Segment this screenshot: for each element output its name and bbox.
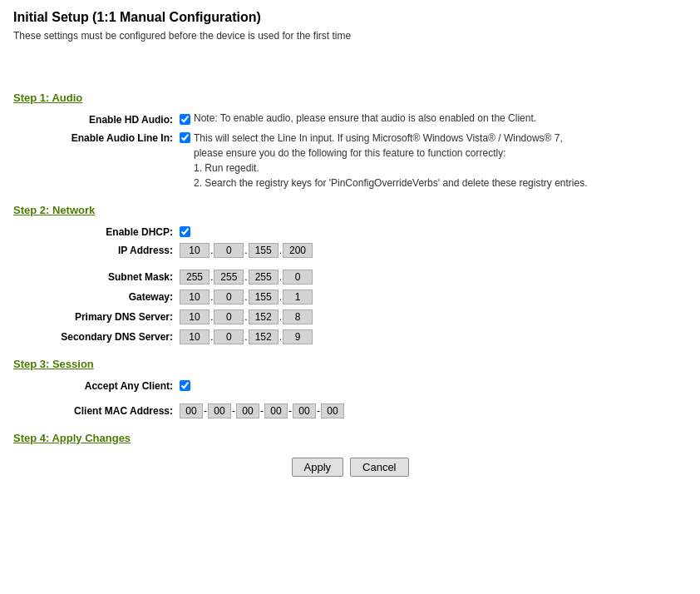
sdns-oct3-input[interactable]	[249, 329, 279, 344]
step4-section: Step 4: Apply Changes	[13, 432, 687, 444]
accept-any-client-row: Accept Any Client:	[13, 379, 687, 392]
accept-any-client-label: Accept Any Client:	[13, 379, 180, 392]
ip-oct2-input[interactable]	[214, 243, 244, 258]
pdns-oct4-input[interactable]	[283, 309, 313, 324]
step1-section: Step 1: Audio Enable HD Audio: Note: To …	[13, 92, 687, 191]
subnet-oct4-input[interactable]	[283, 270, 313, 285]
subnet-mask-row: Subnet Mask: . . .	[13, 270, 687, 285]
mac2-input[interactable]	[208, 403, 231, 418]
ip-address-row: IP Address: . . .	[13, 243, 687, 258]
cancel-button[interactable]: Cancel	[350, 458, 408, 477]
gateway-label: Gateway:	[13, 290, 180, 303]
enable-audio-line-in-label: Enable Audio Line In:	[13, 131, 180, 144]
gateway-group: . . .	[180, 290, 313, 304]
enable-hd-audio-checkbox[interactable]	[180, 114, 190, 125]
step4-heading[interactable]: Step 4: Apply Changes	[13, 432, 687, 444]
audio-line-in-note: This will select the Line In input. If u…	[194, 131, 587, 191]
accept-any-client-checkbox[interactable]	[180, 380, 190, 391]
enable-audio-line-in-checkbox[interactable]	[180, 132, 190, 143]
subnet-mask-label: Subnet Mask:	[13, 270, 180, 283]
secondary-dns-group: . . .	[180, 329, 313, 344]
gateway-row: Gateway: . . .	[13, 290, 687, 304]
enable-audio-line-in-row: Enable Audio Line In: This will select t…	[13, 131, 687, 191]
step3-heading[interactable]: Step 3: Session	[13, 358, 687, 370]
secondary-dns-row: Secondary DNS Server: . . .	[13, 329, 687, 344]
enable-hd-audio-note: Note: To enable audio, please ensure tha…	[194, 112, 536, 124]
gw-oct4-input[interactable]	[283, 290, 313, 304]
client-mac-row: Client MAC Address: - - - - -	[13, 403, 687, 418]
sdns-oct4-input[interactable]	[283, 329, 313, 344]
apply-button[interactable]: Apply	[292, 458, 344, 477]
subnet-oct2-input[interactable]	[214, 270, 244, 285]
primary-dns-row: Primary DNS Server: . . .	[13, 309, 687, 324]
mac5-input[interactable]	[293, 403, 316, 418]
sdns-oct2-input[interactable]	[214, 329, 244, 344]
mac-address-group: - - - - -	[180, 403, 344, 418]
enable-hd-audio-row: Enable HD Audio: Note: To enable audio, …	[13, 112, 687, 126]
client-mac-label: Client MAC Address:	[13, 403, 180, 417]
button-row: Apply Cancel	[13, 458, 687, 477]
ip-oct3-input[interactable]	[249, 243, 279, 258]
mac6-input[interactable]	[321, 403, 344, 418]
step2-section: Step 2: Network Enable DHCP: IP Address:…	[13, 204, 687, 344]
primary-dns-group: . . .	[180, 309, 313, 324]
sdns-oct1-input[interactable]	[180, 329, 210, 344]
ip-address-label: IP Address:	[13, 243, 180, 256]
subnet-mask-group: . . .	[180, 270, 313, 285]
gw-oct1-input[interactable]	[180, 290, 210, 304]
gw-oct2-input[interactable]	[214, 290, 244, 304]
ip-address-group: . . .	[180, 243, 313, 258]
step2-heading[interactable]: Step 2: Network	[13, 204, 687, 216]
enable-hd-audio-label: Enable HD Audio:	[13, 112, 180, 126]
enable-dhcp-label: Enable DHCP:	[13, 225, 180, 238]
page-subtitle: These settings must be configured before…	[13, 30, 687, 42]
step1-heading[interactable]: Step 1: Audio	[13, 92, 687, 104]
enable-dhcp-checkbox[interactable]	[180, 226, 190, 237]
ip-oct4-input[interactable]	[283, 243, 313, 258]
pdns-oct3-input[interactable]	[249, 309, 279, 324]
mac3-input[interactable]	[236, 403, 259, 418]
subnet-oct1-input[interactable]	[180, 270, 210, 285]
gw-oct3-input[interactable]	[249, 290, 279, 304]
primary-dns-label: Primary DNS Server:	[13, 309, 180, 323]
subnet-oct3-input[interactable]	[249, 270, 279, 285]
step3-section: Step 3: Session Accept Any Client: Clien…	[13, 358, 687, 418]
ip-oct1-input[interactable]	[180, 243, 210, 258]
secondary-dns-label: Secondary DNS Server:	[13, 329, 180, 343]
mac1-input[interactable]	[180, 403, 203, 418]
page-title: Initial Setup (1:1 Manual Configuration)	[13, 10, 687, 25]
mac4-input[interactable]	[264, 403, 288, 418]
pdns-oct2-input[interactable]	[214, 309, 244, 324]
pdns-oct1-input[interactable]	[180, 309, 210, 324]
enable-dhcp-row: Enable DHCP:	[13, 225, 687, 238]
